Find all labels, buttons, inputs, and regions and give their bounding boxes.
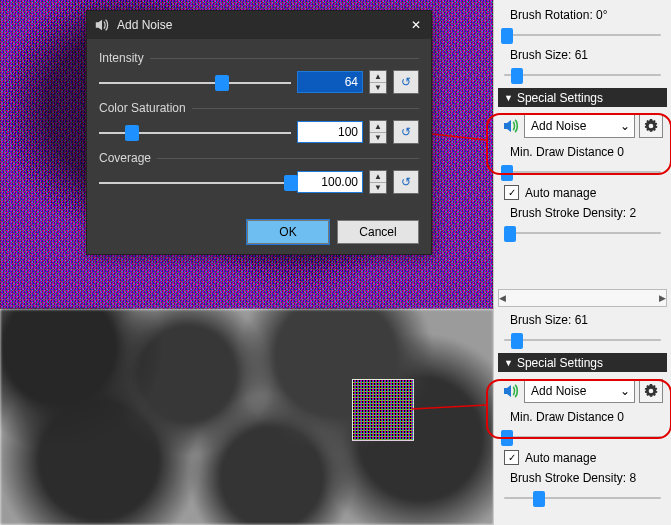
brush-rotation-label: Brush Rotation: 0° bbox=[510, 8, 671, 22]
density-label: Brush Stroke Density: 8 bbox=[510, 471, 671, 485]
side-panel-bottom: Brush Size: 61 ▼ Special Settings Add No… bbox=[494, 309, 671, 525]
undo-icon: ↺ bbox=[401, 125, 411, 139]
noise-effect-row: Add Noise ⌄ bbox=[502, 378, 663, 404]
sound-icon bbox=[502, 117, 520, 135]
auto-manage-checkbox[interactable]: ✓ bbox=[504, 450, 519, 465]
spin-up-icon[interactable]: ▲ bbox=[370, 121, 386, 133]
spin-up-icon[interactable]: ▲ bbox=[370, 71, 386, 83]
ok-button[interactable]: OK bbox=[247, 220, 329, 244]
canvas-bottom[interactable] bbox=[0, 309, 494, 525]
coverage-label: Coverage bbox=[99, 151, 151, 165]
saturation-label: Color Saturation bbox=[99, 101, 186, 115]
dialog-title: Add Noise bbox=[117, 18, 172, 32]
dialog-body: Intensity 64 ▲ ▼ ↺ Color Saturation 100 bbox=[87, 39, 431, 205]
saturation-reset-button[interactable]: ↺ bbox=[393, 120, 419, 144]
spin-down-icon[interactable]: ▼ bbox=[370, 83, 386, 94]
special-settings-header[interactable]: ▼ Special Settings bbox=[498, 88, 667, 107]
gear-button[interactable] bbox=[639, 114, 663, 138]
intensity-spinner[interactable]: ▲ ▼ bbox=[369, 70, 387, 94]
brush-size-slider[interactable] bbox=[504, 64, 661, 82]
special-settings-label: Special Settings bbox=[517, 356, 603, 370]
special-settings-label: Special Settings bbox=[517, 91, 603, 105]
density-slider[interactable] bbox=[504, 487, 661, 505]
sound-icon bbox=[93, 16, 111, 34]
chevron-down-icon: ⌄ bbox=[620, 384, 630, 398]
dropdown-label: Add Noise bbox=[531, 119, 586, 133]
intensity-reset-button[interactable]: ↺ bbox=[393, 70, 419, 94]
spin-up-icon[interactable]: ▲ bbox=[370, 171, 386, 183]
sound-icon bbox=[502, 382, 520, 400]
coverage-slider[interactable] bbox=[99, 172, 291, 192]
intensity-slider[interactable] bbox=[99, 72, 291, 92]
undo-icon: ↺ bbox=[401, 175, 411, 189]
dialog-titlebar[interactable]: Add Noise ✕ bbox=[87, 11, 431, 39]
min-draw-slider[interactable] bbox=[504, 426, 661, 444]
side-panel-top: Brush Rotation: 0° Brush Size: 61 ▼ Spec… bbox=[494, 0, 671, 311]
close-icon: ✕ bbox=[411, 18, 421, 32]
add-noise-dialog: Add Noise ✕ Intensity 64 ▲ ▼ ↺ Color Sat… bbox=[87, 11, 431, 254]
horizontal-scrollbar[interactable]: ◀ ▶ bbox=[498, 289, 667, 307]
special-settings-header[interactable]: ▼ Special Settings bbox=[498, 353, 667, 372]
min-draw-label: Min. Draw Distance 0 bbox=[510, 145, 671, 159]
noise-sample-patch bbox=[352, 379, 414, 441]
brush-size-label: Brush Size: 61 bbox=[510, 48, 671, 62]
spin-down-icon[interactable]: ▼ bbox=[370, 183, 386, 194]
effect-dropdown[interactable]: Add Noise ⌄ bbox=[524, 379, 635, 403]
brush-rotation-slider[interactable] bbox=[504, 24, 661, 42]
close-button[interactable]: ✕ bbox=[407, 16, 425, 34]
noise-effect-row: Add Noise ⌄ bbox=[502, 113, 663, 139]
saturation-slider[interactable] bbox=[99, 122, 291, 142]
min-draw-label: Min. Draw Distance 0 bbox=[510, 410, 671, 424]
scroll-left-icon[interactable]: ◀ bbox=[499, 293, 506, 303]
coverage-input[interactable]: 100.00 bbox=[297, 171, 363, 193]
auto-manage-label: Auto manage bbox=[525, 186, 596, 200]
undo-icon: ↺ bbox=[401, 75, 411, 89]
chevron-down-icon: ⌄ bbox=[620, 119, 630, 133]
dropdown-label: Add Noise bbox=[531, 384, 586, 398]
disclosure-icon: ▼ bbox=[504, 358, 513, 368]
saturation-input[interactable]: 100 bbox=[297, 121, 363, 143]
cancel-button[interactable]: Cancel bbox=[337, 220, 419, 244]
density-slider[interactable] bbox=[504, 222, 661, 240]
coverage-reset-button[interactable]: ↺ bbox=[393, 170, 419, 194]
root: Brush Rotation: 0° Brush Size: 61 ▼ Spec… bbox=[0, 0, 671, 525]
auto-manage-label: Auto manage bbox=[525, 451, 596, 465]
min-draw-slider[interactable] bbox=[504, 161, 661, 179]
brush-size-slider[interactable] bbox=[504, 329, 661, 347]
brush-size-label: Brush Size: 61 bbox=[510, 313, 671, 327]
auto-manage-row: ✓ Auto manage bbox=[504, 185, 671, 200]
intensity-label: Intensity bbox=[99, 51, 144, 65]
disclosure-icon: ▼ bbox=[504, 93, 513, 103]
auto-manage-checkbox[interactable]: ✓ bbox=[504, 185, 519, 200]
auto-manage-row: ✓ Auto manage bbox=[504, 450, 671, 465]
saturation-spinner[interactable]: ▲ ▼ bbox=[369, 120, 387, 144]
coverage-spinner[interactable]: ▲ ▼ bbox=[369, 170, 387, 194]
effect-dropdown[interactable]: Add Noise ⌄ bbox=[524, 114, 635, 138]
scroll-right-icon[interactable]: ▶ bbox=[659, 293, 666, 303]
bottom-half: Brush Size: 61 ▼ Special Settings Add No… bbox=[0, 309, 671, 525]
intensity-input[interactable]: 64 bbox=[297, 71, 363, 93]
spin-down-icon[interactable]: ▼ bbox=[370, 133, 386, 144]
gear-button[interactable] bbox=[639, 379, 663, 403]
density-label: Brush Stroke Density: 2 bbox=[510, 206, 671, 220]
